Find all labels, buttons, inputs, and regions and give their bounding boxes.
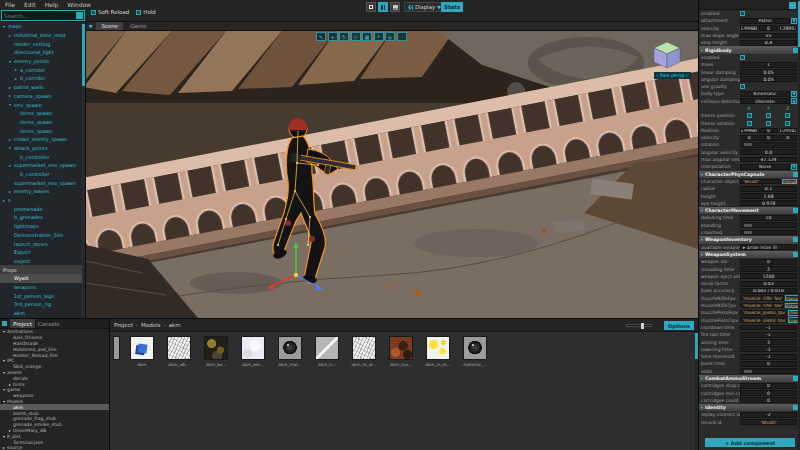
breadcrumb-akm[interactable]: akm xyxy=(169,322,181,328)
dropdown-value[interactable]: None xyxy=(740,164,790,170)
menu-help[interactable]: Help xyxy=(45,1,59,8)
asset-akm[interactable]: akm xyxy=(127,336,157,367)
section-identity[interactable]: ▾Identity xyxy=(699,404,800,411)
hold-checkbox[interactable]: ✓ xyxy=(136,10,141,15)
number-field[interactable]: 47.124 xyxy=(740,157,797,163)
scene-scrollbar-thumb[interactable] xyxy=(82,24,85,86)
scene-item-render-setting[interactable]: render_setting xyxy=(0,39,85,48)
number-field[interactable]: 1200 xyxy=(740,273,797,279)
stats-button[interactable]: Stats xyxy=(441,2,463,12)
checkbox[interactable]: ✓ xyxy=(740,55,745,60)
pause-button[interactable] xyxy=(378,2,388,12)
number-field[interactable]: 0 xyxy=(740,397,797,403)
section-weaponinventory[interactable]: ▾WeaponInventory xyxy=(699,236,800,243)
soft-reload-toggle[interactable]: ✓ Soft Reload xyxy=(91,9,129,15)
tab-project[interactable]: Project xyxy=(10,319,35,328)
scene-item-lightmaps[interactable]: lightmaps xyxy=(0,222,85,231)
asset-akm-m-al[interactable]: akm_m_al... xyxy=(349,336,379,367)
section-combatammostream[interactable]: ▾CombatAmmoStream xyxy=(699,375,800,382)
number-field[interactable]: 0 xyxy=(740,259,797,265)
viewport[interactable]: ↖+↻◇▦⌖◎⋯ ‹ free persp › xyxy=(86,31,698,318)
section-charactermovement[interactable]: ▾CharacterMovement xyxy=(699,207,800,214)
move-tool-icon[interactable]: + xyxy=(328,32,338,41)
scene-item-industrial-zone-mod[interactable]: ▸industrial_zone_mod xyxy=(0,31,85,40)
number-field[interactable]: 0 xyxy=(740,135,758,141)
number-field[interactable]: 5.99680 xyxy=(740,128,758,134)
slider-field[interactable] xyxy=(740,368,797,374)
scene-item-wyatt[interactable]: Wyatt xyxy=(0,274,85,283)
display-dropdown[interactable]: Display ▼ xyxy=(404,2,445,12)
snap-toggle-icon[interactable]: ◎ xyxy=(385,32,395,41)
collapse-arrow-icon[interactable]: ▾ xyxy=(701,405,703,410)
search-input[interactable] xyxy=(2,13,76,19)
camera-mode-button[interactable]: ‹ free persp › xyxy=(654,72,691,79)
add-component-button[interactable]: + Add component xyxy=(705,438,795,447)
number-field[interactable]: 0 xyxy=(740,383,797,389)
scene-item-3rd-person-rig[interactable]: 3rd_person_rig xyxy=(0,300,85,309)
scene-item-demonstration-sim[interactable]: Demonstration_Sim xyxy=(0,231,85,240)
number-field[interactable]: 5.99680 xyxy=(740,25,758,31)
scene-item-1st-person-legs[interactable]: 1st_person_legs xyxy=(0,291,85,300)
asset-thumbnail[interactable] xyxy=(204,336,228,360)
asset-partial[interactable] xyxy=(112,336,120,360)
asset-thumbnail[interactable] xyxy=(463,336,487,360)
tab-game[interactable]: Game xyxy=(127,23,149,29)
tab-scene[interactable]: Scene xyxy=(96,22,123,30)
object-reference[interactable]: 'muscle_pistol_tpv' xyxy=(740,317,787,323)
chevron-down-icon[interactable]: ▼ xyxy=(791,164,797,170)
tab-console[interactable]: Console xyxy=(38,321,60,327)
scene-item-maps[interactable]: ▾maps xyxy=(0,22,85,31)
scene-item-patrol-walls[interactable]: ▸patrol_walls xyxy=(0,83,85,92)
asset-thumbnail[interactable] xyxy=(241,336,265,360)
section-weaponsystem[interactable]: ▾WeaponSystem xyxy=(699,251,800,258)
number-field[interactable]: 0 xyxy=(759,128,777,134)
scene-item-items-spawn[interactable]: items_spawn xyxy=(0,126,85,135)
asset-akm-n[interactable]: akm_n... xyxy=(312,336,342,367)
scene-item-akm[interactable]: akm xyxy=(0,309,85,318)
number-field[interactable]: 0.1 xyxy=(740,186,797,192)
object-reference[interactable]: 'Wyatt' xyxy=(740,179,781,185)
number-field[interactable]: -1 xyxy=(740,354,797,360)
scene-item-weapons[interactable]: weapons xyxy=(0,283,85,292)
number-field[interactable]: -1 xyxy=(740,325,797,331)
number-field[interactable]: 0 xyxy=(759,135,777,141)
checkbox[interactable]: ✓ xyxy=(785,121,790,126)
slider-field[interactable] xyxy=(740,222,797,228)
viewport-canvas[interactable] xyxy=(86,31,698,318)
number-field[interactable]: -1 xyxy=(740,346,797,352)
number-field[interactable]: 2 xyxy=(740,266,797,272)
scene-item-s[interactable]: ▸s xyxy=(0,196,85,205)
scene-item-launch-zones[interactable]: launch_zones xyxy=(0,239,85,248)
checkbox[interactable]: ✓ xyxy=(747,121,752,126)
collapse-arrow-icon[interactable]: ▾ xyxy=(701,172,703,177)
slider-field[interactable] xyxy=(740,230,797,236)
tree-section-props[interactable]: Props xyxy=(0,265,85,274)
collapse-arrow-icon[interactable]: ▾ xyxy=(701,208,703,213)
checkbox[interactable]: ✓ xyxy=(766,121,771,126)
number-field[interactable]: 3 xyxy=(740,339,797,345)
scene-item-export[interactable]: export xyxy=(0,257,85,266)
options-button[interactable]: Options xyxy=(664,321,694,330)
asset-akm-mat[interactable]: akm_mat... xyxy=(275,336,305,367)
array-expander[interactable]: ▸ array (size 3) xyxy=(740,244,797,250)
number-field[interactable]: 0.28957 xyxy=(779,25,797,31)
number-field[interactable]: 1.68 xyxy=(740,193,797,199)
scene-item-promenade[interactable]: promenade xyxy=(0,204,85,213)
dropdown-value[interactable]: Patrol xyxy=(740,18,790,24)
thumbnail-size-slider[interactable] xyxy=(626,324,652,327)
number-field[interactable]: 0 xyxy=(740,390,797,396)
scene-item-crowd-enemy-spawn[interactable]: ▸crowd_enemy_spawn xyxy=(0,135,85,144)
stop-button[interactable] xyxy=(366,2,376,12)
gear-icon[interactable] xyxy=(789,2,796,9)
number-field[interactable]: 0.4 xyxy=(740,40,797,46)
menu-window[interactable]: Window xyxy=(67,1,91,8)
number-field[interactable]: 1 xyxy=(740,62,797,68)
checkbox[interactable]: ✓ xyxy=(747,113,752,118)
number-field[interactable]: 0.05 xyxy=(740,69,797,75)
scene-item-env-spawn[interactable]: ▾env_spawn xyxy=(0,100,85,109)
number-field[interactable]: 0 xyxy=(740,361,797,367)
chevron-down-icon[interactable]: ▼ xyxy=(791,18,797,24)
soft-reload-checkbox[interactable]: ✓ xyxy=(91,10,96,15)
number-field[interactable]: 0.978 xyxy=(740,200,797,206)
select-tool-icon[interactable]: ↖ xyxy=(316,32,326,41)
